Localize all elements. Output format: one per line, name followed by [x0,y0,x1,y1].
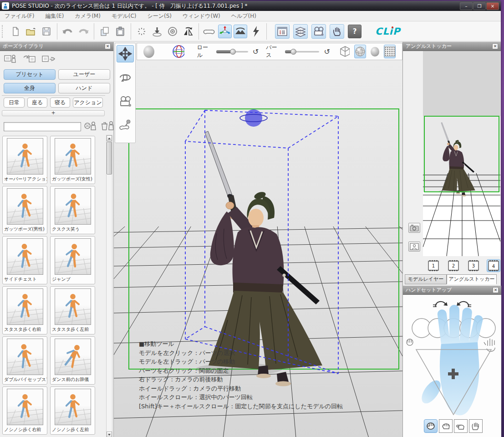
roll-reset-button[interactable]: ↺ [253,47,259,56]
title-bar[interactable]: POSE STUDIO - 次のライセンス照合は 1 日以内です。 - [ 侍 … [0,1,501,11]
hand-setup-canvas[interactable] [403,295,501,419]
hand-preset-open[interactable] [469,419,483,433]
angle-stocker-close-button[interactable]: × [492,43,498,49]
perspective-reset-button[interactable]: ↺ [324,47,330,56]
pose-card[interactable]: スタスタ歩く右前 [2,286,47,334]
category-sleep[interactable]: 寝る [50,98,70,108]
save-pose-button[interactable] [4,53,17,64]
minimize-button[interactable]: – [460,2,473,10]
maximize-button[interactable]: ❐ [473,2,486,10]
pose-card[interactable]: クスクス笑う [50,186,95,234]
scroll-up-button[interactable] [107,135,112,141]
angle-preview[interactable] [423,51,500,256]
menu-file[interactable]: ファイル(F) [5,12,34,20]
hand-preset-point[interactable] [454,419,468,433]
pose-card[interactable]: ジャンプ [50,236,95,284]
joint-pin-tool-button[interactable] [117,116,134,134]
viewport-3d[interactable]: ロール ↺ パース ↺ ■移動ツール モデルを左クリック：パーツの選択 モデルを… [114,42,402,437]
category-daily[interactable]: 日常 [4,98,25,108]
model-layer-panel-button[interactable] [293,24,308,39]
open-file-button[interactable] [24,25,38,38]
menu-window[interactable]: ウィンドウ(W) [183,12,220,20]
pose-card[interactable]: オーバーリアクション [2,136,47,184]
redo-button[interactable] [76,25,90,38]
reset-pose-button[interactable] [135,25,148,38]
hand-setup-close-button[interactable]: × [493,287,499,293]
undo-button[interactable] [61,25,75,38]
portrait-view-button[interactable] [408,242,420,252]
tab-user[interactable]: ユーザー [58,69,110,80]
angle-frame-2[interactable]: 2 [447,259,460,272]
tab-preset[interactable]: プリセット [4,69,56,80]
scroll-down-button[interactable] [107,432,112,437]
close-button[interactable]: × [486,2,499,10]
pose-card[interactable]: サイドチェスト [2,236,47,284]
pose-library-close-button[interactable]: × [105,43,111,49]
hand-setup-header[interactable]: ハンドセットアップ × [403,286,501,295]
tab-full-body[interactable]: 全身 [4,83,56,93]
snapshot-camera-button[interactable] [408,223,420,233]
pose-card[interactable]: ノシノシ歩く左前 [50,386,95,435]
menu-model[interactable]: モデル(C) [112,12,137,20]
menu-edit[interactable]: 編集(E) [45,12,64,20]
paste-button[interactable] [113,25,127,38]
angle-frame-1[interactable]: 1 [427,259,440,272]
hand-setup-panel-button[interactable] [330,24,344,39]
pose-library-panel-button[interactable] [275,24,290,39]
roll-slider-knob[interactable] [230,49,236,55]
flip-button[interactable] [181,25,195,38]
category-action[interactable]: アクション [73,98,103,108]
rotation-gizmo-icon[interactable] [172,44,184,59]
apply-pose-button[interactable] [23,53,36,64]
camera-tool-button[interactable] [117,93,134,110]
toolbar-grip[interactable] [2,25,3,38]
menu-scene[interactable]: シーン(S) [148,12,172,20]
perspective-slider-knob[interactable] [290,49,296,55]
angle-preview-canvas[interactable] [423,51,500,256]
angle-frame-3[interactable]: 3 [467,259,480,272]
pose-library-header[interactable]: ポーズライブラリ × [0,42,113,51]
drop-to-ground-button[interactable] [150,25,164,38]
tab-angle-stocker[interactable]: アングルストッカー [447,274,497,284]
physics-button[interactable] [249,25,263,38]
material-sphere[interactable] [371,47,379,57]
pose-card[interactable]: ガッツポーズ(男性) [2,186,47,234]
wireframe-box-icon[interactable] [339,46,350,57]
shaded-display-button[interactable] [354,45,367,58]
shaded-sphere-preview[interactable] [143,46,154,58]
rotate-hand-left-icon[interactable] [433,302,448,307]
planet-object[interactable] [240,109,267,127]
pose-card[interactable]: ダブルバイセップスフロ [2,336,47,385]
focus-target-button[interactable] [166,25,179,38]
save-file-button[interactable] [40,25,53,38]
perspective-slider[interactable] [285,48,319,55]
pose-card[interactable]: ノシノシ歩く右前 [2,386,47,435]
angle-stocker-header[interactable]: アングルストッカー × [403,42,501,51]
rotate-hand-right-icon[interactable] [457,302,471,307]
category-expander[interactable]: + [2,110,105,116]
copy-button[interactable] [98,25,112,38]
bone-display-button[interactable] [203,25,216,38]
hand-preset-fist[interactable] [439,419,453,433]
pose-card[interactable]: ダンス前のお辞儀 [50,336,95,385]
move-tool-button[interactable] [117,45,134,62]
search-input[interactable] [4,122,81,131]
roll-slider[interactable] [216,48,248,55]
camera-mode-button[interactable] [234,25,247,38]
rotate-tool-button[interactable] [117,69,134,86]
save-hand-pose-button[interactable] [42,53,56,64]
new-file-button[interactable] [9,25,22,38]
pose-card[interactable]: スタスタ歩く左前 [50,286,95,334]
menu-camera[interactable]: カメラ(M) [75,12,101,20]
hand-preset-grip[interactable] [424,419,438,433]
tab-hand[interactable]: ハンド [58,83,110,93]
pose-list-scrollbar[interactable] [106,135,112,437]
angle-frame-4[interactable]: 4 [487,259,500,272]
move-mode-button[interactable] [218,25,232,38]
pose-card[interactable]: ガッツポーズ(女性) [50,136,95,184]
scrollbar-thumb[interactable] [107,142,112,175]
angle-stocker-panel-button[interactable] [311,24,326,39]
dither-display-button[interactable] [384,45,396,58]
delete-pose-button[interactable] [100,120,115,133]
help-button[interactable]: ? [348,25,361,38]
